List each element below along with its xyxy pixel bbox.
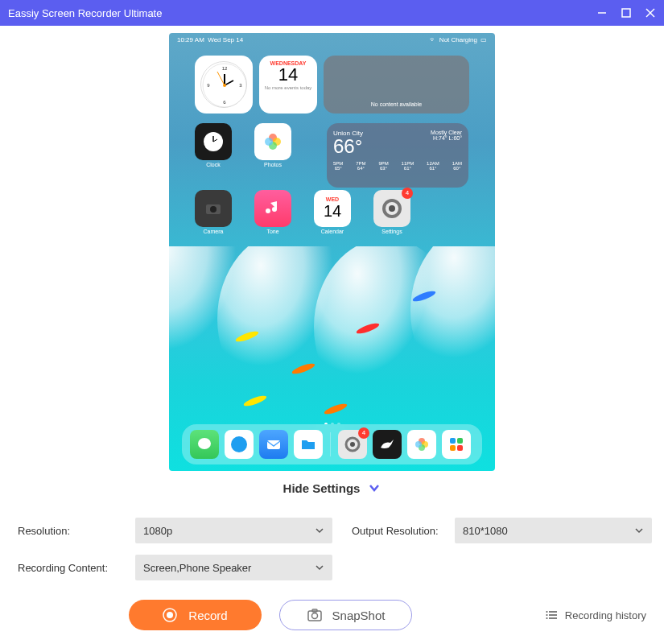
wallpaper-waves — [169, 246, 495, 423]
svg-point-24 — [198, 438, 211, 449]
maximize-icon[interactable] — [621, 7, 632, 19]
dock-settings: 4 — [338, 430, 367, 459]
recording-content-select[interactable]: Screen,Phone Speaker — [135, 555, 332, 580]
camera-icon — [307, 607, 323, 623]
app-clock: Clock — [195, 123, 232, 167]
weather-hourly: 5PM65° 7PM64° 9PM63° 11PM61° 12AM61° 1AM… — [333, 161, 462, 171]
chevron-down-icon — [368, 481, 381, 494]
svg-rect-35 — [450, 438, 456, 444]
ipad-status-bar: 10:29 AM Wed Sep 14 ᯤ Not Charging ▭ — [169, 36, 495, 43]
svg-point-23 — [389, 205, 395, 212]
svg-point-19 — [265, 138, 273, 146]
svg-rect-28 — [267, 440, 280, 449]
charging-label: Not Charging — [439, 36, 477, 43]
settings-badge: 4 — [402, 188, 413, 199]
dock-files — [294, 430, 323, 459]
app-camera: Camera — [195, 190, 232, 234]
app-calendar: WED 14 Calendar — [314, 190, 351, 234]
calendar-widget: WEDNESDAY 14 No more events today — [259, 56, 317, 114]
svg-point-48 — [546, 614, 547, 616]
output-resolution-select[interactable]: 810*1080 — [455, 518, 652, 543]
record-label: Record — [188, 609, 227, 622]
svg-point-21 — [210, 206, 217, 213]
svg-rect-36 — [457, 438, 463, 444]
weather-condition: Mostly Clear — [431, 130, 462, 135]
svg-rect-1 — [622, 9, 630, 17]
apps-row-1: Clock Photos — [195, 123, 291, 167]
window-controls — [596, 7, 656, 19]
music-text: No content available — [371, 101, 422, 107]
dock-mail — [259, 430, 288, 459]
weather-temp: 66° — [333, 137, 363, 156]
snapshot-label: SnapShot — [332, 609, 386, 622]
record-icon — [163, 608, 177, 622]
recording-content-label: Recording Content: — [18, 562, 130, 574]
svg-point-47 — [546, 611, 547, 613]
dock-safari — [225, 430, 254, 459]
svg-point-30 — [350, 442, 355, 447]
music-widget: No content available — [324, 56, 469, 114]
dock-bird — [373, 430, 402, 459]
resolution-label: Resolution: — [18, 525, 130, 537]
app-tone: Tone — [254, 190, 291, 234]
weather-hilo: H:74° L:60° — [431, 135, 462, 141]
svg-point-40 — [167, 612, 173, 618]
svg-text:12: 12 — [222, 66, 228, 71]
status-date: Wed Sep 14 — [208, 36, 243, 43]
wifi-icon: ᯤ — [430, 36, 436, 43]
cal-date: 14 — [264, 66, 312, 84]
device-preview-area: 10:29 AM Wed Sep 14 ᯤ Not Charging ▭ 123… — [0, 26, 664, 473]
svg-point-49 — [546, 617, 547, 619]
ipad-screen: 10:29 AM Wed Sep 14 ᯤ Not Charging ▭ 123… — [169, 33, 495, 471]
dock-messages — [190, 430, 219, 459]
dock-separator — [330, 432, 331, 456]
bottom-bar: Record SnapShot Recording history — [0, 587, 664, 643]
resolution-select[interactable]: 1080p — [135, 518, 332, 543]
svg-point-25 — [231, 436, 247, 452]
svg-point-12 — [223, 84, 226, 87]
dock-multi — [442, 430, 471, 459]
snapshot-button[interactable]: SnapShot — [279, 600, 412, 630]
recording-history-link[interactable]: Recording history — [546, 609, 646, 621]
clock-widget: 123 69 — [195, 56, 253, 114]
record-button[interactable]: Record — [129, 600, 262, 630]
titlebar: Eassiy Screen Recorder Ultimate — [0, 0, 664, 26]
apps-row-2: Camera Tone WED 14 Calendar 4 Settings — [195, 190, 410, 234]
chevron-down-icon — [634, 526, 644, 535]
app-settings: 4 Settings — [373, 190, 410, 234]
settings-toggle-label: Hide Settings — [283, 481, 361, 495]
app-title: Eassiy Screen Recorder Ultimate — [8, 7, 596, 19]
weather-widget: Union City 66° Mostly Clear H:74° L:60° … — [327, 123, 468, 188]
chevron-down-icon — [315, 526, 324, 535]
cal-sub: No more events today — [264, 85, 312, 90]
svg-rect-38 — [457, 445, 463, 451]
settings-panel: Resolution: 1080p Output Resolution: 810… — [0, 503, 664, 587]
svg-point-42 — [311, 613, 317, 619]
battery-icon: ▭ — [480, 36, 487, 43]
history-label: Recording history — [565, 609, 646, 621]
output-resolution-label: Output Resolution: — [337, 525, 450, 537]
chevron-down-icon — [315, 563, 324, 572]
svg-point-34 — [415, 441, 422, 448]
ipad-dock: 4 — [182, 424, 482, 464]
settings-toggle[interactable]: Hide Settings — [0, 473, 664, 503]
svg-rect-37 — [450, 445, 456, 451]
list-icon — [546, 609, 559, 621]
minimize-icon[interactable] — [596, 7, 608, 19]
close-icon[interactable] — [645, 7, 656, 19]
widget-row: 123 69 WEDNESDAY 14 No more events today — [195, 56, 469, 114]
dock-photos — [407, 430, 436, 459]
app-photos: Photos — [254, 123, 291, 167]
status-time: 10:29 AM — [177, 36, 204, 43]
